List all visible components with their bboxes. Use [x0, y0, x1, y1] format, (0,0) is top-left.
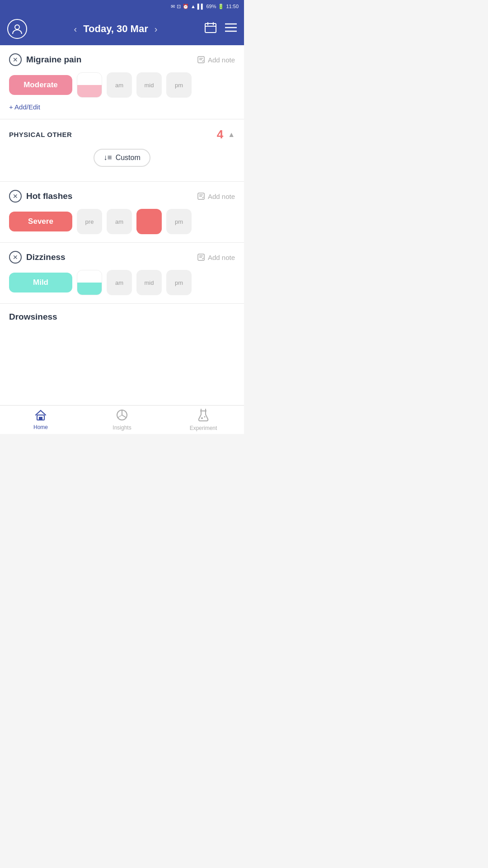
hot-flashes-time-btn-1[interactable]: am [107, 209, 132, 234]
alarm-icon: ⏰ [183, 4, 189, 9]
migraine-time-btn-3[interactable]: pm [166, 72, 192, 98]
main-content: ✕ Migraine pain Add note Moderate am mid… [0, 45, 244, 405]
sort-icon: ↓≡ [103, 153, 112, 162]
hot-flashes-time-label-1: am [115, 218, 123, 225]
migraine-level-row: Moderate am mid pm [9, 72, 235, 98]
dizziness-time-btn-2[interactable]: mid [136, 270, 162, 295]
header: ‹ Today, 30 Mar › [0, 13, 244, 45]
svg-point-21 [201, 417, 203, 419]
dizziness-header: ✕ Dizziness Add note [9, 251, 235, 264]
calendar-icon[interactable] [204, 22, 217, 36]
migraine-add-note-button[interactable]: Add note [197, 56, 235, 64]
physical-other-collapse-button[interactable]: ▲ [228, 131, 235, 139]
bottom-nav: Home Insights Experiment [0, 405, 244, 434]
migraine-moderate-button[interactable]: Moderate [9, 75, 72, 95]
battery-icon: 🔋 [218, 4, 224, 9]
migraine-time-btn-2[interactable]: mid [136, 72, 162, 98]
experiment-icon [197, 408, 209, 424]
hot-flashes-severe-button[interactable]: Severe [9, 212, 72, 231]
hot-flashes-add-note-button[interactable]: Add note [197, 192, 235, 200]
migraine-time-label-1: am [115, 82, 123, 89]
wifi-icon: ▲ [191, 4, 196, 9]
dizziness-close-button[interactable]: ✕ [9, 251, 22, 264]
dizziness-add-note-button[interactable]: Add note [197, 253, 235, 261]
migraine-time-label-3: pm [175, 82, 183, 89]
migraine-pain-title: Migraine pain [26, 55, 81, 65]
migraine-pain-section: ✕ Migraine pain Add note Moderate am mid… [0, 45, 244, 119]
status-icons: ✉ ⊡ ⏰ ▲ ▌▌ 69% 🔋 11:50 [171, 4, 239, 9]
header-actions [204, 22, 237, 36]
battery-status: ⊡ [177, 4, 181, 9]
svg-rect-18 [39, 417, 42, 420]
nav-home-label: Home [33, 424, 48, 430]
hot-flashes-time-label-0: pre [85, 218, 94, 225]
header-date: Today, 30 Mar [83, 23, 148, 35]
migraine-time-label-2: mid [145, 82, 154, 89]
drowsiness-section: Drowsiness [0, 304, 244, 326]
dizziness-time-label-2: mid [145, 279, 154, 286]
migraine-title-row: ✕ Migraine pain [9, 53, 81, 66]
custom-sort-label: Custom [116, 154, 141, 162]
migraine-time-btn-0[interactable] [77, 72, 102, 98]
nav-experiment[interactable]: Experiment [163, 406, 244, 434]
hot-flashes-add-note-label: Add note [208, 193, 235, 200]
migraine-close-button[interactable]: ✕ [9, 53, 22, 66]
avatar[interactable] [7, 19, 27, 39]
dizziness-level-row: Mild am mid pm [9, 270, 235, 295]
menu-icon[interactable] [225, 23, 237, 35]
custom-sort-button[interactable]: ↓≡ Custom [94, 149, 150, 167]
dizziness-section: ✕ Dizziness Add note Mild am mid pm [0, 243, 244, 304]
migraine-add-edit-button[interactable]: + Add/Edit [9, 103, 235, 111]
hot-flashes-level-row: Severe pre am pm [9, 209, 235, 234]
hot-flashes-title: Hot flashes [26, 191, 72, 201]
signal-icon: ▌▌ [197, 4, 205, 9]
hot-flashes-title-row: ✕ Hot flashes [9, 190, 72, 203]
svg-point-0 [15, 25, 19, 29]
time-display: 11:50 [226, 4, 239, 9]
hot-flashes-time-btn-2[interactable] [136, 209, 162, 234]
prev-day-button[interactable]: ‹ [74, 24, 77, 34]
physical-other-title: PHYSICAL OTHER [9, 131, 72, 138]
physical-other-count: 4 [217, 127, 223, 142]
status-bar: ✉ ⊡ ⏰ ▲ ▌▌ 69% 🔋 11:50 [0, 0, 244, 13]
home-icon [34, 409, 47, 423]
migraine-pain-header: ✕ Migraine pain Add note [9, 53, 235, 66]
svg-point-22 [204, 416, 206, 418]
nav-insights-label: Insights [113, 425, 131, 431]
dizziness-time-label-1: am [115, 279, 123, 286]
svg-rect-1 [205, 24, 216, 33]
dizziness-time-btn-1[interactable]: am [107, 270, 132, 295]
battery-percentage: 69% [206, 4, 216, 9]
migraine-add-note-label: Add note [208, 56, 235, 64]
dizziness-mild-button[interactable]: Mild [9, 273, 72, 292]
hot-flashes-section: ✕ Hot flashes Add note Severe pre am pm [0, 182, 244, 243]
hot-flashes-time-label-3: pm [175, 218, 183, 225]
physical-other-count-row: 4 ▲ [217, 127, 235, 142]
hot-flashes-header: ✕ Hot flashes Add note [9, 190, 235, 203]
nav-home[interactable]: Home [0, 406, 81, 433]
drowsiness-title: Drowsiness [9, 312, 57, 321]
email-icon: ✉ [171, 4, 175, 9]
hot-flashes-close-button[interactable]: ✕ [9, 190, 22, 203]
physical-other-section: PHYSICAL OTHER 4 ▲ ↓≡ Custom [0, 119, 244, 182]
dizziness-time-btn-3[interactable]: pm [166, 270, 192, 295]
hot-flashes-time-btn-3[interactable]: pm [166, 209, 192, 234]
migraine-time-btn-1[interactable]: am [107, 72, 132, 98]
dizziness-time-label-3: pm [175, 279, 183, 286]
insights-icon [116, 409, 128, 423]
dizziness-title: Dizziness [26, 252, 66, 262]
nav-experiment-label: Experiment [190, 425, 217, 431]
hot-flashes-time-btn-0[interactable]: pre [77, 209, 102, 234]
dizziness-add-note-label: Add note [208, 254, 235, 261]
dizziness-time-btn-0[interactable] [77, 270, 102, 295]
dizziness-title-row: ✕ Dizziness [9, 251, 66, 264]
physical-other-header: PHYSICAL OTHER 4 ▲ [9, 127, 235, 142]
header-nav: ‹ Today, 30 Mar › [33, 23, 199, 35]
nav-insights[interactable]: Insights [81, 406, 163, 434]
next-day-button[interactable]: › [155, 24, 158, 34]
